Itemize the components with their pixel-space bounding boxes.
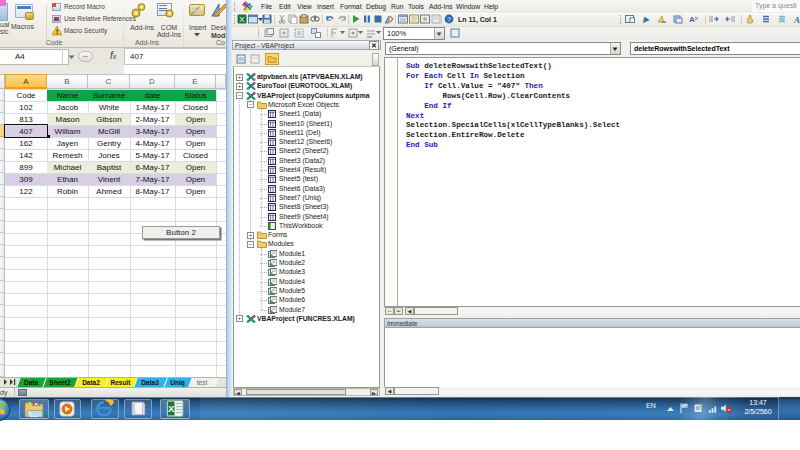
svg-text:?: ? xyxy=(447,16,451,23)
svg-text:A: A xyxy=(793,15,800,25)
svg-text:X: X xyxy=(168,403,175,414)
svg-text:A: A xyxy=(689,15,695,24)
svg-text:▶: ▶ xyxy=(642,15,650,24)
svg-text:X: X xyxy=(239,15,245,24)
